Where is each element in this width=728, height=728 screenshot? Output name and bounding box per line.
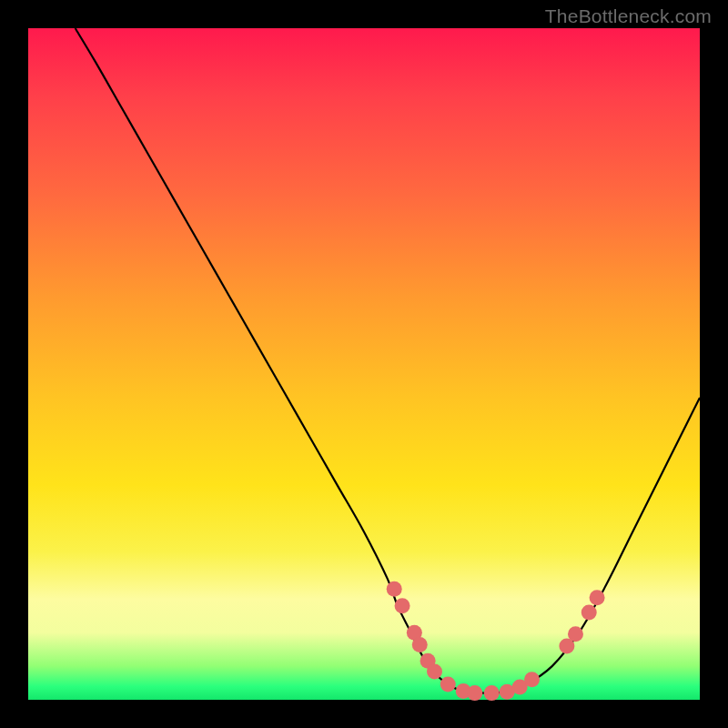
- chart-svg: [28, 28, 700, 700]
- marker-dot: [484, 685, 500, 701]
- marker-dot: [524, 672, 540, 687]
- bottleneck-curve-line: [76, 28, 700, 693]
- marker-dot: [387, 581, 402, 597]
- marker-dot: [427, 664, 442, 680]
- marker-dot: [440, 677, 456, 693]
- outer-frame: TheBottleneck.com: [0, 0, 728, 728]
- marker-group: [387, 581, 605, 701]
- marker-dot: [590, 590, 605, 605]
- marker-dot: [395, 598, 410, 613]
- marker-dot: [467, 685, 482, 701]
- marker-dot: [581, 605, 597, 621]
- plot-area: [28, 28, 700, 700]
- marker-dot: [412, 637, 428, 652]
- marker-dot: [568, 626, 583, 642]
- watermark-text: TheBottleneck.com: [545, 5, 712, 27]
